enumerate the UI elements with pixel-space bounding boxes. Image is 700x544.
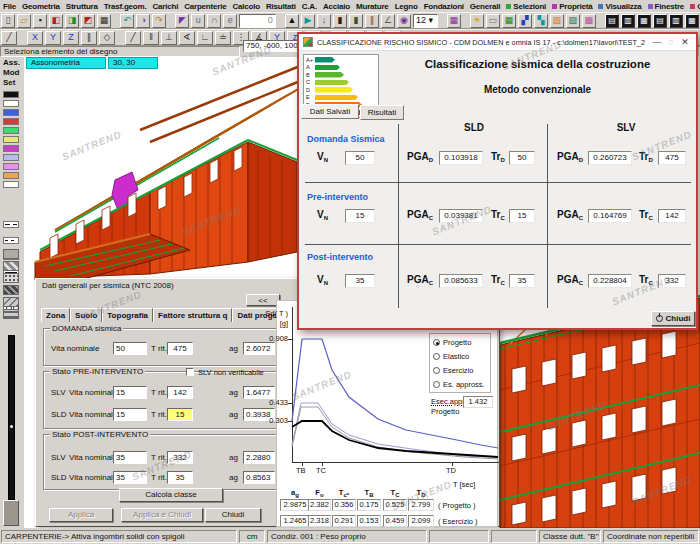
menu-item[interactable]: Legno — [392, 2, 421, 11]
menu-item[interactable]: Visualizza — [595, 2, 644, 11]
line-style-dash-small[interactable] — [3, 237, 19, 244]
terrain-button[interactable]: ▚ — [534, 14, 548, 28]
wall-button[interactable]: ▮ — [333, 14, 347, 28]
toolbar-button[interactable] — [168, 14, 173, 28]
pattern-swatch-diamond[interactable] — [3, 297, 19, 307]
pattern-swatch-solid[interactable] — [3, 249, 19, 259]
parallel-snap-button[interactable]: ‖ — [143, 31, 159, 45]
vita-input[interactable]: 15 — [113, 408, 147, 421]
axonometry-label[interactable]: Assonometria — [26, 57, 106, 69]
color-swatch-lavender[interactable] — [3, 154, 19, 161]
shading-button[interactable]: ◑ — [136, 14, 150, 28]
menu-item[interactable]: Geometria — [19, 2, 63, 11]
insulation-button[interactable]: ▩ — [582, 14, 596, 28]
open-button[interactable]: ▱ — [17, 14, 31, 28]
mode-u-button[interactable]: u — [191, 14, 205, 28]
menu-item[interactable]: C.A. — [299, 2, 320, 11]
grass-button[interactable]: ▨ — [566, 14, 580, 28]
draw-tool-button[interactable] — [117, 31, 123, 45]
radio-elastico[interactable]: Elastico — [433, 351, 469, 362]
toolbar-button[interactable] — [440, 14, 445, 28]
right-angle-button[interactable]: ∟ — [197, 31, 213, 45]
active-color-chip[interactable] — [3, 91, 19, 98]
backup-button[interactable]: ◩ — [81, 14, 95, 28]
import-archive-button[interactable]: ◧ — [49, 14, 63, 28]
minimize-button[interactable]: — — [650, 37, 664, 47]
vita-input[interactable]: 50 — [113, 342, 147, 355]
draw-line-button[interactable]: ╱ — [1, 31, 17, 45]
zoom-slider-thumb[interactable] — [3, 500, 19, 526]
menu-item[interactable]: File — [0, 2, 19, 11]
midpoint-button[interactable]: ≐ — [215, 31, 231, 45]
tab-dati-salvati[interactable]: Dati Salvati — [301, 104, 359, 119]
menu-item[interactable]: Risultati — [263, 2, 299, 11]
zoom-slider-track[interactable] — [8, 335, 15, 500]
save-button[interactable]: ▪ — [33, 14, 47, 28]
load-down-button[interactable]: ↓ — [317, 14, 331, 28]
side-panel-label[interactable]: Set — [0, 77, 24, 87]
tab-risultati[interactable]: Risultati — [360, 105, 404, 120]
sismica-tab[interactable]: Topografia — [102, 308, 153, 322]
menu-item[interactable]: Fondazioni — [421, 2, 467, 11]
side-panel-label[interactable]: Ass. — [0, 57, 24, 67]
color-swatch-pink[interactable] — [3, 163, 19, 170]
menu-item[interactable]: Calcolo — [229, 2, 263, 11]
sismica-tab[interactable]: Suolo — [70, 308, 102, 322]
pattern-swatch-check[interactable] — [3, 261, 19, 271]
menu-item[interactable]: Carichi — [149, 2, 181, 11]
parallel-button[interactable]: ∥ — [81, 31, 97, 45]
window-layout-4-button[interactable]: ▤ — [653, 14, 667, 28]
close-icon[interactable]: ✕ — [678, 37, 692, 47]
window-layout-1-button[interactable]: ▤ — [605, 14, 619, 28]
background-color-chip[interactable] — [3, 100, 19, 107]
applica-button[interactable]: Applica — [49, 508, 113, 522]
axis-y-button[interactable]: Y — [45, 31, 61, 45]
sismica-tab[interactable]: Zona — [41, 308, 70, 322]
menu-item[interactable]: Struttura — [63, 2, 101, 11]
window-layout-3-button[interactable]: ▦ — [637, 14, 651, 28]
angle-button[interactable]: ∠ — [381, 14, 395, 28]
axonometry-value[interactable]: 30, 30 — [108, 57, 158, 69]
layers-button[interactable]: ▞ — [518, 14, 532, 28]
axis-x-button[interactable]: X — [27, 31, 43, 45]
menu-item[interactable]: Generali — [467, 2, 503, 11]
menu-item[interactable]: Trasf.geom. — [101, 2, 150, 11]
color-swatch-white[interactable] — [3, 181, 19, 188]
window-layout-6-button[interactable]: ▦ — [685, 14, 699, 28]
column-button[interactable]: ▮ — [349, 14, 363, 28]
rebar-grid-button[interactable]: ▦ — [447, 14, 461, 28]
radio-progetto[interactable]: Progetto — [433, 337, 471, 348]
calcola-classe-button[interactable]: Calcola classe — [119, 488, 223, 502]
segment-button[interactable]: ╱ — [125, 31, 141, 45]
menu-item[interactable]: Murature — [353, 2, 392, 11]
vita-input[interactable]: 35 — [113, 471, 147, 484]
menu-item[interactable]: Opzioni — [687, 2, 700, 11]
menu-item[interactable]: Selezioni — [503, 2, 549, 11]
mesh-button[interactable]: ▦ — [502, 14, 516, 28]
print-button[interactable]: ▦ — [97, 14, 111, 28]
axis-z-button[interactable]: Z — [63, 31, 79, 45]
numeric-field[interactable]: 0 — [239, 14, 276, 28]
collapse-button[interactable]: << — [246, 294, 280, 306]
menu-item[interactable]: Finestre — [645, 2, 688, 11]
radio-esercizio[interactable]: Esercizio — [433, 365, 473, 376]
color-swatch-yellow[interactable] — [3, 136, 19, 143]
pattern-swatch-wave[interactable] — [3, 309, 19, 319]
pattern-swatch-dark[interactable] — [3, 285, 19, 295]
redo-button[interactable]: ↷ — [152, 14, 166, 28]
line-style-dash[interactable] — [3, 221, 19, 228]
toolbar-button[interactable] — [463, 14, 468, 28]
font-size-select[interactable]: 12 ▾ — [413, 14, 438, 28]
menu-item[interactable]: Acciaio — [320, 2, 353, 11]
chiudi-dialog-button[interactable]: Chiudi — [651, 311, 695, 326]
color-swatch-orange[interactable] — [3, 172, 19, 179]
color-swatch-blue[interactable] — [3, 109, 19, 116]
lamp-button[interactable]: ☀ — [470, 14, 484, 28]
draw-tool-button[interactable] — [19, 31, 25, 45]
globe-button[interactable]: ◉ — [397, 14, 411, 28]
toolbar-button[interactable] — [113, 14, 118, 28]
north-arrow-button[interactable]: ▲ — [285, 14, 299, 28]
vita-input[interactable]: 35 — [113, 451, 147, 464]
window-layout-5-button[interactable]: ▥ — [669, 14, 683, 28]
undo-button[interactable]: ↶ — [120, 14, 134, 28]
